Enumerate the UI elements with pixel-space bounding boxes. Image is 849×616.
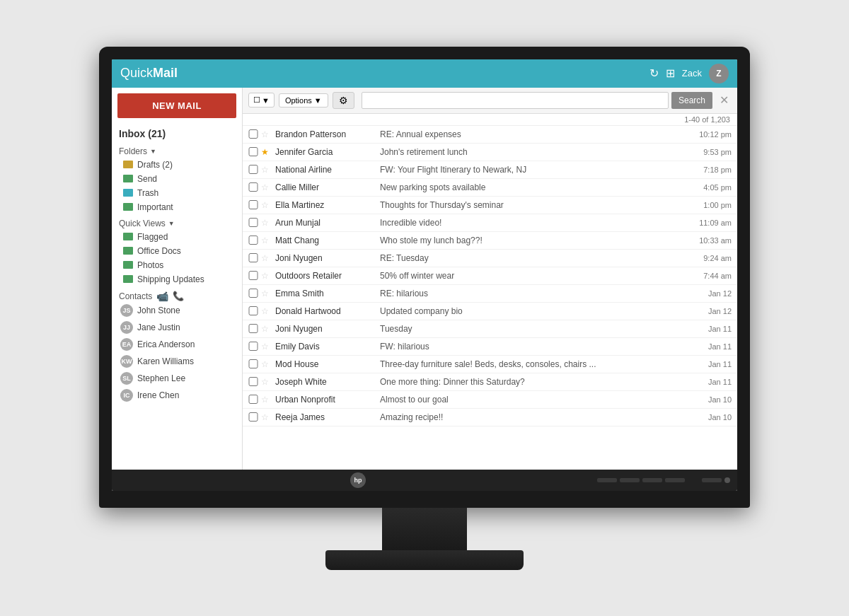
table-row[interactable]: ☆ Mod House Three-day furniture sale! Be…	[243, 356, 737, 373]
contact-item-john-stone[interactable]: JS John Stone	[119, 302, 235, 319]
star-icon[interactable]: ☆	[261, 289, 271, 298]
row-checkbox[interactable]	[248, 324, 258, 333]
row-checkbox[interactable]	[248, 271, 258, 280]
contact-name: John Stone	[137, 306, 180, 315]
table-row[interactable]: ☆ Reeja James Amazing recipe!! Jan 10	[243, 409, 737, 426]
table-row[interactable]: ☆ Joni Nyugen RE: Tuesday 9:24 am	[243, 250, 737, 267]
row-checkbox[interactable]	[248, 377, 258, 386]
sidebar-item-office-docs[interactable]: Office Docs	[112, 244, 242, 258]
star-icon[interactable]: ☆	[261, 359, 271, 369]
star-icon[interactable]: ☆	[261, 377, 271, 387]
close-icon[interactable]: ✕	[717, 93, 732, 107]
table-row[interactable]: ☆ Emily Davis FW: hilarious Jan 11	[243, 338, 737, 356]
inbox-header[interactable]: Inbox (21)	[112, 124, 242, 142]
star-icon[interactable]: ☆	[261, 253, 271, 263]
monitor-button-1[interactable]	[597, 478, 617, 482]
star-icon[interactable]: ☆	[261, 412, 271, 422]
star-icon[interactable]: ☆	[261, 218, 271, 228]
sidebar-item-photos[interactable]: Photos	[112, 258, 242, 272]
sidebar-item-drafts[interactable]: Drafts (2)	[112, 158, 242, 172]
refresh-icon[interactable]: ↻	[649, 66, 659, 80]
monitor-button-3[interactable]	[642, 478, 662, 482]
table-row[interactable]: ☆ Emma Smith RE: hilarious Jan 12	[243, 285, 737, 303]
table-row[interactable]: ☆ Callie Miller New parking spots availa…	[243, 179, 737, 197]
row-checkbox[interactable]	[248, 412, 258, 422]
row-checkbox[interactable]	[248, 218, 258, 227]
star-icon[interactable]: ☆	[261, 395, 271, 405]
table-row[interactable]: ☆ Ella Martinez Thoughts for Thursday's …	[243, 197, 737, 214]
email-sender: Joni Nyugen	[275, 253, 374, 263]
row-checkbox[interactable]	[248, 236, 258, 245]
table-row[interactable]: ☆ Urban Nonprofit Almost to our goal Jan…	[243, 391, 737, 409]
row-checkbox[interactable]	[248, 289, 258, 298]
row-checkbox[interactable]	[248, 342, 258, 351]
sidebar-item-important[interactable]: Important	[112, 200, 242, 214]
sidebar-item-flagged[interactable]: Flagged	[112, 230, 242, 244]
email-time: 4:05 pm	[682, 183, 732, 192]
email-subject: RE: hilarious	[380, 289, 682, 298]
table-row[interactable]: ☆ National Airline FW: Your Flight Itine…	[243, 161, 737, 179]
sidebar-item-send[interactable]: Send	[112, 172, 242, 186]
monitor-button-5[interactable]	[702, 478, 722, 482]
quick-views-section[interactable]: Quick Views ▼	[112, 214, 242, 230]
row-checkbox[interactable]	[248, 395, 258, 404]
row-checkbox[interactable]	[248, 129, 258, 139]
sidebar-item-label: Office Docs	[137, 246, 181, 256]
monitor-button-2[interactable]	[620, 478, 640, 482]
row-checkbox[interactable]	[248, 359, 258, 368]
grid-icon[interactable]: ⊞	[666, 66, 675, 80]
row-checkbox[interactable]	[248, 147, 258, 156]
sidebar-item-trash[interactable]: Trash	[112, 186, 242, 200]
email-time: Jan 11	[682, 360, 732, 368]
search-input[interactable]	[362, 92, 669, 109]
app-body: NEW MAIL Inbox (21) Folders ▼ Drafts (2)	[112, 88, 737, 470]
email-subject: One more thing: Dinner this Saturday?	[380, 377, 682, 387]
new-mail-button[interactable]: NEW MAIL	[117, 93, 236, 118]
star-icon[interactable]: ☆	[261, 165, 271, 175]
table-row[interactable]: ☆ Brandon Patterson RE: Annual expenses …	[243, 126, 737, 144]
contact-item-erica-anderson[interactable]: EA Erica Anderson	[119, 336, 235, 353]
row-checkbox[interactable]	[248, 306, 258, 315]
star-icon[interactable]: ☆	[261, 236, 271, 245]
contact-item-irene-chen[interactable]: IC Irene Chen	[119, 387, 235, 404]
email-subject: John's retirement lunch	[380, 147, 682, 157]
email-time: Jan 11	[682, 378, 732, 386]
star-icon[interactable]: ☆	[261, 182, 271, 192]
star-icon[interactable]: ☆	[261, 324, 271, 334]
table-row[interactable]: ☆ Matt Chang Who stole my lunch bag??! 1…	[243, 232, 737, 250]
star-icon[interactable]: ★	[261, 147, 271, 157]
star-icon[interactable]: ☆	[261, 342, 271, 351]
folders-section[interactable]: Folders ▼	[112, 142, 242, 158]
row-checkbox[interactable]	[248, 253, 258, 262]
contacts-text: Contacts	[119, 291, 152, 301]
settings-button[interactable]: ⚙	[333, 92, 354, 109]
options-button[interactable]: Options ▼	[279, 93, 328, 107]
select-checkbox-button[interactable]: ☐ ▼	[248, 93, 275, 107]
row-checkbox[interactable]	[248, 200, 258, 209]
phone-icon[interactable]: 📞	[173, 291, 184, 301]
user-name: Zack	[682, 68, 702, 79]
row-checkbox[interactable]	[248, 165, 258, 174]
table-row[interactable]: ☆ Arun Munjal Incredible video! 11:09 am	[243, 214, 737, 232]
contact-item-jane-justin[interactable]: JJ Jane Justin	[119, 319, 235, 336]
table-row[interactable]: ☆ Outdoors Retailer 50% off winter wear …	[243, 267, 737, 285]
table-row[interactable]: ★ Jennifer Garcia John's retirement lunc…	[243, 144, 737, 161]
sidebar-item-label: Flagged	[137, 232, 168, 242]
video-icon[interactable]: 📹	[156, 291, 168, 302]
star-icon[interactable]: ☆	[261, 271, 271, 281]
contact-item-stephen-lee[interactable]: SL Stephen Lee	[119, 370, 235, 387]
contact-item-karen-williams[interactable]: KW Karen Williams	[119, 353, 235, 370]
table-row[interactable]: ☆ Joseph White One more thing: Dinner th…	[243, 373, 737, 391]
table-row[interactable]: ☆ Donald Hartwood Updated company bio Ja…	[243, 303, 737, 320]
star-icon[interactable]: ☆	[261, 306, 271, 316]
star-icon[interactable]: ☆	[261, 200, 271, 210]
sidebar-item-shipping-updates[interactable]: Shipping Updates	[112, 272, 242, 286]
table-row[interactable]: ☆ Joni Nyugen Tuesday Jan 11	[243, 320, 737, 338]
star-icon[interactable]: ☆	[261, 129, 271, 139]
options-arrow-icon: ▼	[314, 96, 322, 105]
monitor-button-4[interactable]	[665, 478, 685, 482]
avatar: Z	[709, 64, 729, 83]
header-right: ↻ ⊞ Zack Z	[649, 64, 729, 83]
row-checkbox[interactable]	[248, 182, 258, 192]
search-button[interactable]: Search	[671, 92, 712, 109]
